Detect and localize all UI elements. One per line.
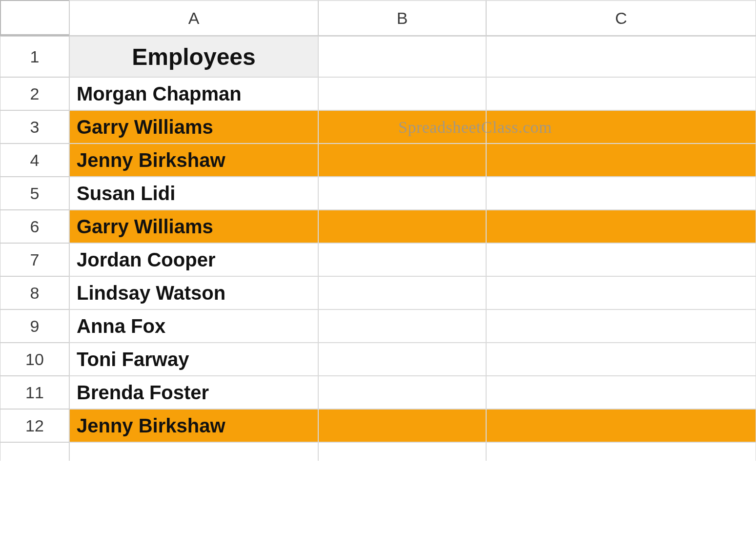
row-header-2[interactable]: 2	[0, 77, 69, 110]
cell-b9[interactable]	[318, 309, 486, 343]
cell-a8[interactable]: Lindsay Watson	[69, 276, 318, 309]
row-header-1[interactable]: 1	[0, 36, 69, 77]
cell-b8[interactable]	[318, 276, 486, 309]
row-header-12[interactable]: 12	[0, 409, 69, 442]
row-header-4[interactable]: 4	[0, 144, 69, 177]
cell-c7[interactable]	[486, 243, 756, 276]
row-header-5[interactable]: 5	[0, 177, 69, 210]
row-header-10[interactable]: 10	[0, 343, 69, 376]
column-header-b[interactable]: B	[318, 0, 486, 36]
cell-c11[interactable]	[486, 376, 756, 409]
cell-c4[interactable]	[486, 144, 756, 177]
select-all-corner[interactable]	[0, 0, 69, 36]
cell-b13[interactable]	[318, 442, 486, 461]
cell-a9[interactable]: Anna Fox	[69, 309, 318, 343]
cell-a1[interactable]: Employees	[69, 36, 318, 77]
column-header-a[interactable]: A	[69, 0, 318, 36]
cell-b7[interactable]	[318, 243, 486, 276]
cell-b5[interactable]	[318, 177, 486, 210]
cell-b4[interactable]	[318, 144, 486, 177]
cell-c6[interactable]	[486, 210, 756, 243]
row-header-8[interactable]: 8	[0, 276, 69, 309]
cell-c2[interactable]	[486, 77, 756, 110]
cell-b2[interactable]	[318, 77, 486, 110]
cell-a5[interactable]: Susan Lidi	[69, 177, 318, 210]
cell-a13[interactable]	[69, 442, 318, 461]
cell-a12[interactable]: Jenny Birkshaw	[69, 409, 318, 442]
cell-c9[interactable]	[486, 309, 756, 343]
cell-b3[interactable]	[318, 110, 486, 144]
spreadsheet-grid[interactable]: A B C 1 Employees 2 Morgan Chapman 3 Gar…	[0, 0, 756, 461]
column-header-c[interactable]: C	[486, 0, 756, 36]
cell-b10[interactable]	[318, 343, 486, 376]
cell-a11[interactable]: Brenda Foster	[69, 376, 318, 409]
cell-b6[interactable]	[318, 210, 486, 243]
cell-c8[interactable]	[486, 276, 756, 309]
cell-a7[interactable]: Jordan Cooper	[69, 243, 318, 276]
row-header-9[interactable]: 9	[0, 309, 69, 343]
cell-c1[interactable]	[486, 36, 756, 77]
row-header-7[interactable]: 7	[0, 243, 69, 276]
cell-c3[interactable]	[486, 110, 756, 144]
cell-b11[interactable]	[318, 376, 486, 409]
row-header-13[interactable]	[0, 442, 69, 461]
cell-c10[interactable]	[486, 343, 756, 376]
row-header-11[interactable]: 11	[0, 376, 69, 409]
cell-c12[interactable]	[486, 409, 756, 442]
cell-a4[interactable]: Jenny Birkshaw	[69, 144, 318, 177]
cell-a10[interactable]: Toni Farway	[69, 343, 318, 376]
cell-c5[interactable]	[486, 177, 756, 210]
cell-a2[interactable]: Morgan Chapman	[69, 77, 318, 110]
cell-b1[interactable]	[318, 36, 486, 77]
cell-a3[interactable]: Garry Williams	[69, 110, 318, 144]
row-header-3[interactable]: 3	[0, 110, 69, 144]
cell-a6[interactable]: Garry Williams	[69, 210, 318, 243]
cell-c13[interactable]	[486, 442, 756, 461]
cell-b12[interactable]	[318, 409, 486, 442]
row-header-6[interactable]: 6	[0, 210, 69, 243]
